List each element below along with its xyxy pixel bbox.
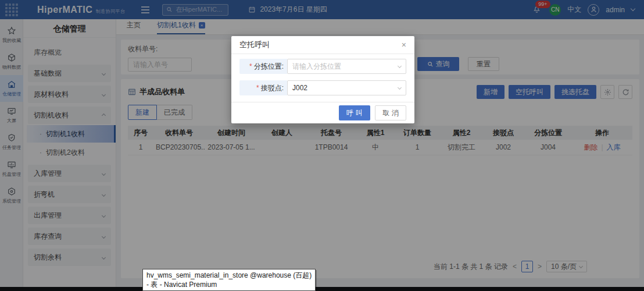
dialog-field-dock-point: * 接驳点: J002 — [239, 80, 406, 95]
taskbar-tooltip: hv_wms_semi_material_in_store @warehouse… — [142, 269, 316, 291]
select-value: J002 — [292, 84, 307, 92]
call-button[interactable]: 呼 叫 — [339, 105, 370, 120]
field-label-text: 接驳点: — [261, 83, 284, 93]
dialog-title: 空托呼叫 — [239, 40, 270, 50]
cancel-button[interactable]: 取 消 — [375, 105, 406, 120]
dialog-body: * 分拣位置: 请输入分拣位置 * 接驳点: J002 — [231, 54, 414, 102]
field-label-text: 分拣位置: — [254, 62, 284, 72]
empty-pallet-call-dialog: 空托呼叫 × * 分拣位置: 请输入分拣位置 * 接驳点: J002 呼 叫 — [231, 36, 414, 123]
chevron-down-icon — [398, 64, 402, 68]
field-label: * 分拣位置: — [239, 59, 287, 74]
required-mark: * — [249, 62, 252, 70]
field-label: * 接驳点: — [239, 80, 287, 95]
dialog-header: 空托呼叫 × — [231, 36, 414, 54]
sort-position-select[interactable]: 请输入分拣位置 — [287, 59, 406, 74]
taskbar-edge — [0, 287, 644, 291]
close-icon[interactable]: × — [402, 41, 406, 49]
select-placeholder: 请输入分拣位置 — [292, 62, 341, 72]
required-mark: * — [256, 84, 259, 92]
tooltip-line2: - 表 - Navicat Premium — [146, 280, 312, 289]
chevron-down-icon — [398, 86, 402, 90]
dialog-footer: 呼 叫 取 消 — [231, 102, 414, 123]
dock-point-select[interactable]: J002 — [287, 80, 406, 95]
tooltip-line1: hv_wms_semi_material_in_store @warehouse… — [146, 271, 312, 280]
dialog-field-sort-position: * 分拣位置: 请输入分拣位置 — [239, 59, 406, 74]
